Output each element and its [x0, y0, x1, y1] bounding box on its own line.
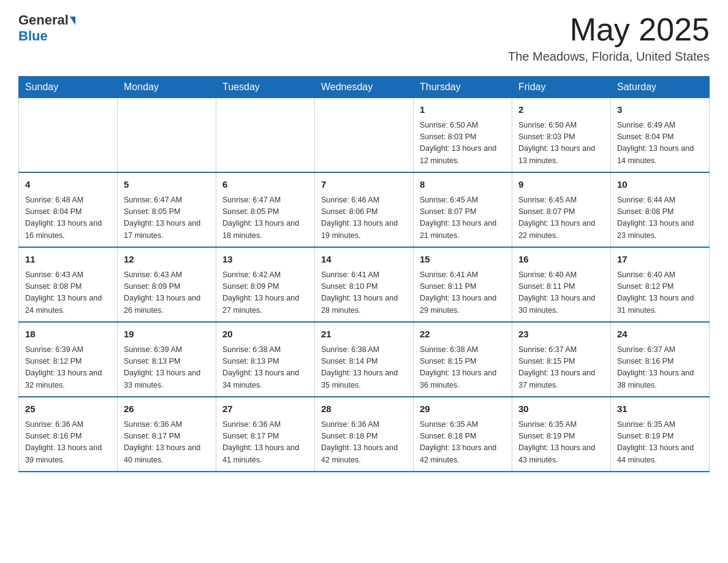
day-info: Sunrise: 6:49 AMSunset: 8:04 PMDaylight:…	[617, 120, 703, 167]
calendar-header-row: SundayMondayTuesdayWednesdayThursdayFrid…	[19, 77, 710, 98]
calendar-day-cell: 31Sunrise: 6:35 AMSunset: 8:19 PMDayligh…	[611, 397, 710, 472]
calendar-week-row: 4Sunrise: 6:48 AMSunset: 8:04 PMDaylight…	[19, 172, 710, 247]
day-info: Sunrise: 6:47 AMSunset: 8:05 PMDaylight:…	[222, 194, 308, 242]
day-number: 27	[222, 402, 308, 416]
day-number: 28	[321, 402, 407, 416]
calendar-day-header: Tuesday	[216, 77, 315, 98]
calendar-day-cell: 20Sunrise: 6:38 AMSunset: 8:13 PMDayligh…	[216, 322, 315, 397]
day-number: 12	[124, 253, 210, 267]
day-info: Sunrise: 6:37 AMSunset: 8:15 PMDaylight:…	[518, 344, 604, 392]
day-info: Sunrise: 6:36 AMSunset: 8:17 PMDaylight:…	[222, 419, 308, 467]
day-info: Sunrise: 6:42 AMSunset: 8:09 PMDaylight:…	[222, 269, 308, 317]
calendar-day-cell: 25Sunrise: 6:36 AMSunset: 8:16 PMDayligh…	[19, 397, 118, 472]
day-info: Sunrise: 6:39 AMSunset: 8:13 PMDaylight:…	[124, 344, 210, 392]
calendar-day-cell	[216, 98, 315, 173]
calendar-day-cell: 29Sunrise: 6:35 AMSunset: 8:18 PMDayligh…	[414, 397, 512, 472]
location-subtitle: The Meadows, Florida, United States	[508, 50, 710, 64]
day-info: Sunrise: 6:45 AMSunset: 8:07 PMDaylight:…	[518, 194, 604, 242]
calendar-day-cell: 19Sunrise: 6:39 AMSunset: 8:13 PMDayligh…	[118, 322, 216, 397]
day-info: Sunrise: 6:40 AMSunset: 8:11 PMDaylight:…	[518, 269, 604, 317]
day-number: 25	[25, 402, 111, 416]
calendar-day-header: Sunday	[19, 77, 118, 98]
day-info: Sunrise: 6:38 AMSunset: 8:13 PMDaylight:…	[222, 344, 308, 392]
day-info: Sunrise: 6:43 AMSunset: 8:08 PMDaylight:…	[25, 269, 111, 317]
day-info: Sunrise: 6:37 AMSunset: 8:16 PMDaylight:…	[617, 344, 703, 392]
day-number: 3	[617, 103, 703, 117]
day-number: 4	[25, 178, 111, 192]
day-number: 26	[124, 402, 210, 416]
calendar-table: SundayMondayTuesdayWednesdayThursdayFrid…	[18, 76, 710, 472]
calendar-day-cell	[118, 98, 216, 173]
day-info: Sunrise: 6:38 AMSunset: 8:14 PMDaylight:…	[321, 344, 407, 392]
calendar-day-cell: 24Sunrise: 6:37 AMSunset: 8:16 PMDayligh…	[611, 322, 710, 397]
day-number: 15	[420, 253, 506, 267]
day-number: 22	[420, 327, 506, 342]
calendar-day-cell: 10Sunrise: 6:44 AMSunset: 8:08 PMDayligh…	[611, 172, 710, 247]
day-number: 20	[222, 327, 308, 342]
calendar-day-cell: 7Sunrise: 6:46 AMSunset: 8:06 PMDaylight…	[315, 172, 414, 247]
calendar-day-header: Friday	[512, 77, 611, 98]
calendar-day-cell	[19, 98, 118, 173]
calendar-day-cell: 4Sunrise: 6:48 AMSunset: 8:04 PMDaylight…	[19, 172, 118, 247]
day-info: Sunrise: 6:41 AMSunset: 8:11 PMDaylight:…	[420, 269, 506, 317]
calendar-day-cell: 1Sunrise: 6:50 AMSunset: 8:03 PMDaylight…	[414, 98, 512, 173]
day-info: Sunrise: 6:47 AMSunset: 8:05 PMDaylight:…	[124, 194, 210, 242]
calendar-day-cell: 13Sunrise: 6:42 AMSunset: 8:09 PMDayligh…	[216, 247, 315, 322]
calendar-day-cell: 6Sunrise: 6:47 AMSunset: 8:05 PMDaylight…	[216, 172, 315, 247]
day-info: Sunrise: 6:40 AMSunset: 8:12 PMDaylight:…	[617, 269, 703, 317]
day-number: 14	[321, 253, 407, 267]
day-number: 31	[617, 402, 703, 416]
day-info: Sunrise: 6:50 AMSunset: 8:03 PMDaylight:…	[518, 120, 604, 167]
day-info: Sunrise: 6:35 AMSunset: 8:19 PMDaylight:…	[617, 419, 703, 467]
calendar-day-cell: 3Sunrise: 6:49 AMSunset: 8:04 PMDaylight…	[611, 98, 710, 173]
calendar-day-cell: 15Sunrise: 6:41 AMSunset: 8:11 PMDayligh…	[414, 247, 512, 322]
day-info: Sunrise: 6:36 AMSunset: 8:18 PMDaylight:…	[321, 419, 407, 467]
day-info: Sunrise: 6:50 AMSunset: 8:03 PMDaylight:…	[420, 120, 506, 167]
day-info: Sunrise: 6:38 AMSunset: 8:15 PMDaylight:…	[420, 344, 506, 392]
calendar-day-header: Monday	[118, 77, 216, 98]
calendar-day-cell	[315, 98, 414, 173]
day-number: 19	[124, 327, 210, 342]
calendar-day-cell: 30Sunrise: 6:35 AMSunset: 8:19 PMDayligh…	[512, 397, 611, 472]
day-number: 17	[617, 253, 703, 267]
day-info: Sunrise: 6:44 AMSunset: 8:08 PMDaylight:…	[617, 194, 703, 242]
calendar-week-row: 11Sunrise: 6:43 AMSunset: 8:08 PMDayligh…	[19, 247, 710, 322]
calendar-week-row: 1Sunrise: 6:50 AMSunset: 8:03 PMDaylight…	[19, 98, 710, 173]
day-number: 9	[518, 178, 604, 192]
day-info: Sunrise: 6:46 AMSunset: 8:06 PMDaylight:…	[321, 194, 407, 242]
logo-arrow-icon	[70, 17, 75, 25]
day-info: Sunrise: 6:45 AMSunset: 8:07 PMDaylight:…	[420, 194, 506, 242]
calendar-day-cell: 21Sunrise: 6:38 AMSunset: 8:14 PMDayligh…	[315, 322, 414, 397]
calendar-day-cell: 27Sunrise: 6:36 AMSunset: 8:17 PMDayligh…	[216, 397, 315, 472]
day-info: Sunrise: 6:36 AMSunset: 8:16 PMDaylight:…	[25, 419, 111, 467]
day-info: Sunrise: 6:36 AMSunset: 8:17 PMDaylight:…	[124, 419, 210, 467]
day-info: Sunrise: 6:41 AMSunset: 8:10 PMDaylight:…	[321, 269, 407, 317]
calendar-day-cell: 9Sunrise: 6:45 AMSunset: 8:07 PMDaylight…	[512, 172, 611, 247]
page-header: General Blue May 2025 The Meadows, Flori…	[18, 12, 710, 64]
calendar-day-header: Thursday	[414, 77, 512, 98]
day-number: 23	[518, 327, 604, 342]
calendar-day-cell: 2Sunrise: 6:50 AMSunset: 8:03 PMDaylight…	[512, 98, 611, 173]
day-number: 6	[222, 178, 308, 192]
day-number: 29	[420, 402, 506, 416]
calendar-day-cell: 16Sunrise: 6:40 AMSunset: 8:11 PMDayligh…	[512, 247, 611, 322]
day-info: Sunrise: 6:43 AMSunset: 8:09 PMDaylight:…	[124, 269, 210, 317]
day-number: 2	[518, 103, 604, 117]
day-number: 1	[420, 103, 506, 117]
day-number: 21	[321, 327, 407, 342]
day-number: 8	[420, 178, 506, 192]
day-number: 7	[321, 178, 407, 192]
day-number: 30	[518, 402, 604, 416]
logo-general-text: General	[18, 12, 69, 28]
calendar-day-cell: 17Sunrise: 6:40 AMSunset: 8:12 PMDayligh…	[611, 247, 710, 322]
day-number: 11	[25, 253, 111, 267]
day-number: 18	[25, 327, 111, 342]
calendar-day-cell: 11Sunrise: 6:43 AMSunset: 8:08 PMDayligh…	[19, 247, 118, 322]
calendar-day-cell: 5Sunrise: 6:47 AMSunset: 8:05 PMDaylight…	[118, 172, 216, 247]
calendar-day-header: Wednesday	[315, 77, 414, 98]
calendar-day-cell: 22Sunrise: 6:38 AMSunset: 8:15 PMDayligh…	[414, 322, 512, 397]
logo: General Blue	[18, 12, 75, 44]
calendar-week-row: 18Sunrise: 6:39 AMSunset: 8:12 PMDayligh…	[19, 322, 710, 397]
calendar-day-cell: 14Sunrise: 6:41 AMSunset: 8:10 PMDayligh…	[315, 247, 414, 322]
day-info: Sunrise: 6:35 AMSunset: 8:18 PMDaylight:…	[420, 419, 506, 467]
